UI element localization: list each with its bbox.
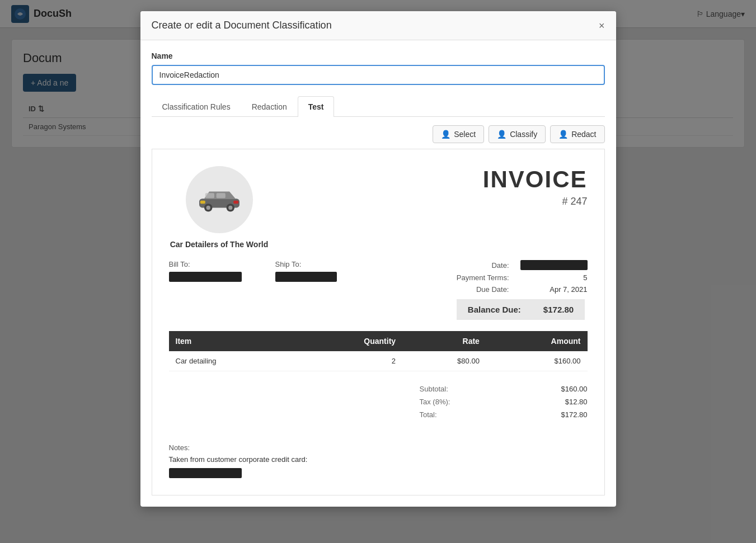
bill-ship-section: Bill To: Ship To: [169,260,337,320]
balance-due-label: Balance Due: [457,299,532,320]
subtotal-row: Subtotal: $160.00 [420,383,588,395]
tax-row: Tax (8%): $12.80 [420,395,588,408]
date-label: Date: [491,261,509,270]
company-logo-circle [186,166,253,233]
total-label: Total: [420,410,437,419]
notes-section: Notes: Taken from customer corporate cre… [169,432,588,478]
modal-overlay: Create or edit a Document Classification… [0,0,756,543]
row-rate: $80.00 [402,351,486,371]
notes-label: Notes: [169,443,588,452]
bill-to-section: Bill To: [169,260,242,320]
due-date-label: Due Date: [476,285,509,294]
redact-label: Redact [571,130,596,139]
payment-terms-label: Payment Terms: [457,273,509,282]
classify-icon: 👤 [497,130,506,139]
modal-header: Create or edit a Document Classification… [140,11,616,40]
modal-title: Create or edit a Document Classification [152,20,332,31]
date-redacted [520,260,588,270]
tab-classification-rules[interactable]: Classification Rules [152,96,241,117]
summary-table: Subtotal: $160.00 Tax (8%): $12.80 Total… [420,383,588,421]
tab-test[interactable]: Test [298,96,335,117]
document-classification-modal: Create or edit a Document Classification… [140,11,616,507]
select-label: Select [454,130,476,139]
total-value: $172.80 [561,410,588,419]
notes-text: Taken from customer corporate credit car… [169,455,588,464]
col-amount: Amount [486,331,588,351]
close-button[interactable]: × [599,21,605,31]
svg-point-7 [228,206,232,210]
col-item: Item [169,331,297,351]
balance-due-row: Balance Due: $172.80 [457,299,588,320]
subtotal-label: Subtotal: [420,385,448,393]
notes-redacted [169,468,242,478]
svg-rect-9 [233,201,238,204]
redact-button[interactable]: 👤 Redact [550,125,604,143]
row-quantity: 2 [296,351,402,371]
bill-to-label: Bill To: [169,260,242,268]
svg-point-5 [206,206,210,210]
balance-due-value: $172.80 [532,299,585,320]
invoice-number: # 247 [483,196,588,207]
tax-value: $12.80 [565,398,588,406]
redact-icon: 👤 [558,130,568,139]
row-amount: $160.00 [486,351,588,371]
invoice-right-details: Date: Payment Terms: 5 Due Date: Apr 7, … [457,260,588,320]
total-row: Total: $172.80 [420,408,588,421]
row-item: Car detailing [169,351,297,371]
ship-to-label: Ship To: [275,260,337,268]
invoice-document: Car Detailers of The World INVOICE # 247… [152,149,605,495]
classify-button[interactable]: 👤 Classify [489,125,546,143]
select-button[interactable]: 👤 Select [433,125,484,143]
svg-rect-2 [205,193,214,198]
ship-to-redacted [275,272,337,282]
due-date-value: Apr 7, 2021 [520,285,588,294]
svg-rect-3 [216,193,225,198]
payment-terms-value: 5 [520,273,588,282]
bill-to-redacted [169,272,242,282]
table-row: Car detailing 2 $80.00 $160.00 [169,351,588,371]
date-row: Date: [457,260,588,270]
invoice-title: INVOICE [483,166,588,193]
name-field-label: Name [152,51,605,60]
payment-terms-row: Payment Terms: 5 [457,273,588,282]
ship-to-section: Ship To: [275,260,337,320]
subtotal-value: $160.00 [561,385,588,393]
invoice-title-section: INVOICE # 247 [483,166,588,207]
select-icon: 👤 [441,130,450,139]
tab-bar: Classification Rules Redaction Test [152,96,605,117]
invoice-details-section: Bill To: Ship To: Date: [169,260,588,320]
invoice-summary: Subtotal: $160.00 Tax (8%): $12.80 Total… [169,383,588,421]
company-logo-section: Car Detailers of The World [169,166,270,249]
col-rate: Rate [402,331,486,351]
svg-rect-8 [200,201,205,204]
classify-label: Classify [510,130,537,139]
company-name: Car Detailers of The World [170,240,269,249]
modal-body: Name Classification Rules Redaction Test… [140,40,616,507]
due-date-row: Due Date: Apr 7, 2021 [457,285,588,294]
name-input[interactable] [152,65,605,85]
invoice-top-section: Car Detailers of The World INVOICE # 247 [169,166,588,249]
tax-label: Tax (8%): [420,398,450,406]
tab-redaction[interactable]: Redaction [241,96,298,117]
invoice-table: Item Quantity Rate Amount Car detailing … [169,331,588,371]
test-toolbar: 👤 Select 👤 Classify 👤 Redact [152,117,605,149]
col-quantity: Quantity [296,331,402,351]
